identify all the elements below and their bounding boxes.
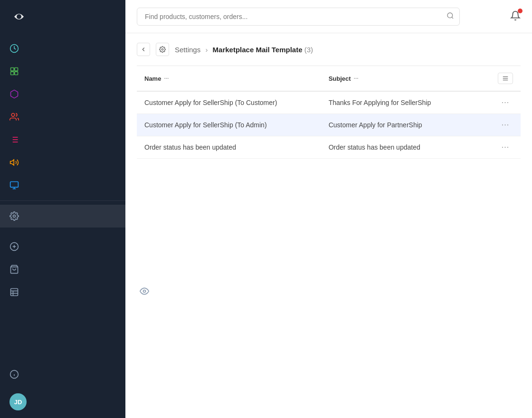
- sidebar: JD: [0, 0, 125, 418]
- breadcrumb-separator: ›: [205, 46, 208, 54]
- main-content: Settings › Marketplace Mail Template (3)…: [125, 0, 532, 418]
- cell-menu-1: ···: [490, 114, 521, 136]
- col-name-options[interactable]: ···: [164, 75, 169, 82]
- header: [125, 0, 532, 33]
- cell-actions-0: [467, 91, 490, 114]
- sidebar-item-orders[interactable]: [0, 83, 125, 105]
- search-input[interactable]: [137, 8, 460, 26]
- svg-marker-14: [10, 160, 14, 165]
- col-header-subject: Subject ···: [321, 66, 467, 92]
- sidebar-item-marketing[interactable]: [0, 151, 125, 174]
- svg-rect-23: [11, 289, 18, 296]
- logo-area: [0, 0, 125, 33]
- sidebar-footer: JD: [0, 386, 125, 418]
- svg-point-31: [447, 13, 453, 18]
- col-subject-options[interactable]: ···: [354, 75, 359, 82]
- page-content: Settings › Marketplace Mail Template (3)…: [125, 33, 532, 418]
- sidebar-item-settings[interactable]: [0, 205, 125, 228]
- col-name-label: Name: [144, 75, 161, 82]
- svg-rect-3: [11, 68, 14, 71]
- cell-actions-2: [467, 136, 490, 159]
- cell-menu-2: ···: [490, 136, 521, 159]
- cell-actions-1: [467, 114, 490, 136]
- svg-rect-5: [11, 72, 14, 75]
- sidebar-item-dashboard[interactable]: [0, 37, 125, 60]
- sidebar-item-info[interactable]: [0, 363, 125, 386]
- sidebar-item-reports[interactable]: [0, 128, 125, 151]
- sidebar-item-customers[interactable]: [0, 105, 125, 128]
- svg-rect-15: [10, 182, 19, 188]
- cell-name-2: Order status has been updated: [137, 136, 321, 159]
- col-subject-label: Subject: [329, 75, 351, 82]
- table-body: Customer Apply for SellerShip (To Custom…: [137, 91, 521, 159]
- settings-cog-button[interactable]: [156, 43, 169, 56]
- sidebar-nav: [0, 33, 125, 231]
- back-button[interactable]: [137, 43, 150, 56]
- sidebar-bottom-nav: [0, 231, 125, 305]
- svg-rect-6: [15, 72, 18, 75]
- cell-subject-1: Customer Apply for PartnerShip: [321, 114, 467, 136]
- sidebar-item-add[interactable]: [0, 235, 125, 258]
- table-menu-button[interactable]: [498, 73, 513, 84]
- cell-subject-0: Thanks For Applying for SellerShip: [321, 91, 467, 114]
- sidebar-item-integrations[interactable]: [0, 174, 125, 197]
- search-icon: [446, 12, 454, 21]
- cell-subject-2: Order status has been updated: [321, 136, 467, 159]
- header-actions: [510, 10, 521, 23]
- row-options-button[interactable]: ···: [502, 121, 509, 129]
- col-header-name: Name ···: [137, 66, 321, 92]
- sidebar-item-cart[interactable]: [0, 258, 125, 281]
- table-row[interactable]: Customer Apply for SellerShip (To Custom…: [137, 91, 521, 114]
- cell-menu-0: ···: [490, 91, 521, 114]
- svg-point-1: [17, 14, 21, 19]
- user-avatar[interactable]: JD: [10, 393, 27, 410]
- svg-point-18: [13, 215, 16, 218]
- breadcrumb-current: Marketplace Mail Template: [213, 46, 303, 54]
- app-logo[interactable]: [10, 7, 28, 26]
- svg-point-33: [162, 48, 163, 50]
- col-header-menu: [490, 66, 521, 92]
- cell-name-0: Customer Apply for SellerShip (To Custom…: [137, 91, 321, 114]
- row-options-button[interactable]: ···: [502, 98, 509, 106]
- sidebar-item-table[interactable]: [0, 281, 125, 304]
- page-header: Settings › Marketplace Mail Template (3): [137, 43, 521, 56]
- eye-icon[interactable]: [140, 286, 149, 298]
- svg-rect-4: [15, 68, 18, 71]
- notification-button[interactable]: [510, 10, 521, 23]
- col-header-actions: [467, 66, 490, 92]
- table-row[interactable]: Order status has been updated Order stat…: [137, 136, 521, 159]
- breadcrumb-root[interactable]: Settings: [175, 46, 200, 54]
- notification-badge: [518, 9, 522, 13]
- svg-point-7: [11, 114, 15, 117]
- breadcrumb: Settings › Marketplace Mail Template (3): [175, 46, 313, 54]
- breadcrumb-count: (3): [304, 46, 313, 54]
- svg-point-27: [143, 290, 146, 293]
- mail-templates-table: Name ··· Subject ···: [137, 66, 521, 159]
- cell-name-1: Customer Apply for SellerShip (To Admin): [137, 114, 321, 136]
- row-options-button[interactable]: ···: [502, 143, 509, 151]
- table-header-row: Name ··· Subject ···: [137, 66, 521, 92]
- table-row[interactable]: Customer Apply for SellerShip (To Admin)…: [137, 114, 521, 136]
- sidebar-item-products[interactable]: [0, 60, 125, 83]
- search-bar: [137, 8, 460, 26]
- svg-line-32: [452, 17, 453, 19]
